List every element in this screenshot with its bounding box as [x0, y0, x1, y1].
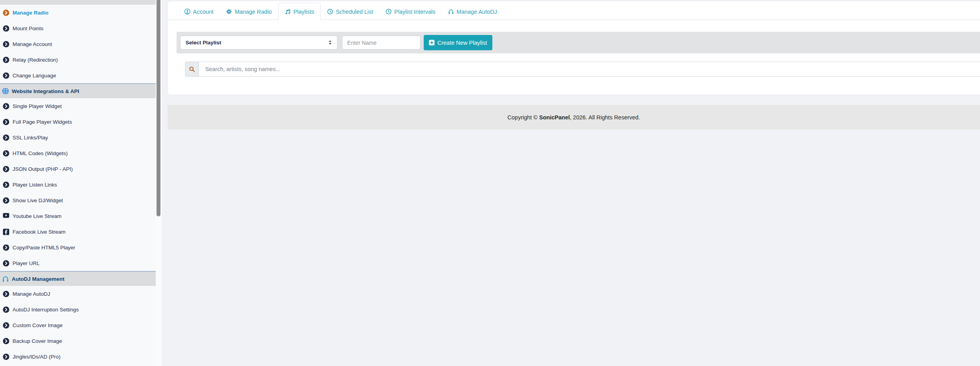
sidebar-item-label: Player URL: [13, 260, 40, 266]
chevron-circle-icon: [3, 338, 9, 344]
music-note-icon: [285, 9, 291, 15]
chevron-circle-icon: [3, 103, 9, 110]
sidebar-item-player-url[interactable]: Player URL: [0, 255, 156, 271]
chevron-circle-icon: [3, 134, 9, 141]
sidebar-item-html-codes-widgets[interactable]: HTML Codes (Widgets): [0, 145, 156, 161]
sidebar-item-label: Manage Radio: [13, 10, 49, 16]
chevron-circle-icon: [3, 25, 9, 32]
sidebar-item-manage-account[interactable]: Manage Account: [0, 36, 156, 52]
main-content: Account Manage Radio Playlists Scheduled…: [162, 0, 980, 366]
sidebar-item-manage-autodj[interactable]: Manage AutoDJ: [0, 286, 156, 302]
chevron-circle-icon: [3, 57, 9, 63]
sidebar-item-autodj-interruption-settings[interactable]: AutoDJ Interruption Settings: [0, 302, 156, 317]
sidebar-item-label: Mount Points: [13, 26, 44, 31]
select-arrows-icon: [328, 40, 332, 45]
sidebar-section-website-integrations: Website Integrations & API: [0, 83, 156, 98]
sidebar-item-label: SSL Links/Play: [13, 135, 48, 141]
sidebar-item-change-language[interactable]: Change Language: [0, 68, 156, 83]
tab-label: Playlist Intervals: [394, 9, 435, 15]
tab-account[interactable]: Account: [178, 4, 220, 20]
tab-label: Playlists: [293, 9, 314, 15]
tab-scheduled-list[interactable]: Scheduled List: [321, 4, 379, 20]
sidebar-item-ssl-links-play[interactable]: SSL Links/Play: [0, 130, 156, 145]
chevron-circle-icon: [3, 197, 9, 204]
sidebar-item-label: Manage AutoDJ: [13, 291, 50, 297]
chevron-circle-icon: [3, 166, 9, 172]
tab-label: Scheduled List: [336, 9, 373, 15]
sidebar-item-label: JSON Output (PHP - API): [13, 166, 73, 172]
playlist-select[interactable]: Select Playlist: [180, 36, 337, 49]
sidebar-item-label: Custom Cover Image: [13, 322, 63, 328]
globe-icon: [2, 88, 9, 95]
sidebar-item-label: Facebook Live Stream: [13, 229, 66, 235]
sidebar-section-label: AutoDJ Management: [12, 276, 64, 282]
chevron-circle-icon: [3, 353, 9, 360]
sidebar-scrollbar[interactable]: [156, 0, 162, 366]
sidebar-item-label: Youtube Live Stream: [13, 213, 62, 219]
sidebar-item-label: Backup Cover Image: [13, 338, 62, 344]
tab-manage-autodj[interactable]: Manage AutoDJ: [442, 4, 503, 20]
search-icon: [189, 66, 195, 73]
sidebar-scrollbar-thumb[interactable]: [157, 0, 160, 216]
sidebar-item-mount-points[interactable]: Mount Points: [0, 20, 156, 36]
plus-square-icon: [429, 40, 435, 46]
sidebar-item-label: Show Live DJ/Widget: [13, 198, 63, 203]
create-new-playlist-label: Create New Playlist: [437, 40, 487, 46]
chevron-circle-icon: [3, 41, 9, 48]
chevron-circle-icon: [3, 291, 9, 297]
tab-label: Account: [193, 9, 213, 15]
search-input[interactable]: [199, 62, 980, 76]
sidebar-item-relay-redirection[interactable]: Relay (Redirection): [0, 52, 156, 68]
tab-manage-radio[interactable]: Manage Radio: [220, 4, 278, 20]
playlist-name-input[interactable]: [342, 36, 421, 49]
sidebar-item-json-output[interactable]: JSON Output (PHP - API): [0, 161, 156, 177]
search-prepend: [186, 62, 199, 76]
sidebar-item-youtube-live-stream[interactable]: Youtube Live Stream: [0, 208, 156, 224]
create-new-playlist-button[interactable]: Create New Playlist: [424, 35, 492, 50]
tab-playlists[interactable]: Playlists: [278, 3, 321, 20]
tab-playlist-intervals[interactable]: Playlist Intervals: [379, 4, 442, 20]
sidebar-item-label: Copy/Paste HTML5 Player: [13, 245, 75, 251]
sidebar-section-autodj-management: AutoDJ Management: [0, 271, 156, 286]
sidebar-item-backup-cover-image[interactable]: Backup Cover Image: [0, 333, 156, 349]
chevron-circle-icon: [3, 9, 9, 16]
footer-brand: SonicPanel: [539, 114, 570, 121]
chevron-circle-icon: [3, 119, 9, 125]
sidebar-item-label: Change Language: [13, 73, 56, 79]
facebook-icon: [3, 229, 9, 235]
youtube-icon: [3, 213, 9, 220]
sidebar-item-custom-cover-image[interactable]: Custom Cover Image: [0, 317, 156, 333]
gear-icon: [226, 9, 232, 15]
sidebar-item-jingles-ids-ad[interactable]: Jingles/IDs/AD (Pro): [0, 349, 156, 364]
sidebar-item-show-live-dj-widget[interactable]: Show Live DJ/Widget: [0, 192, 156, 208]
sidebar-section-label: Website Integrations & API: [12, 88, 79, 94]
footer-copyright-suffix: , 2026. All Rights Reserved.: [570, 114, 640, 121]
chevron-circle-icon: [3, 72, 9, 79]
headphones-icon: [448, 9, 454, 15]
tab-label: Manage Radio: [235, 9, 271, 15]
sidebar-item-label: AutoDJ Interruption Settings: [13, 307, 79, 313]
chevron-circle-icon: [3, 150, 9, 157]
user-circle-icon: [184, 9, 190, 15]
sidebar-partial-header: [0, 0, 156, 5]
sidebar-item-facebook-live-stream[interactable]: Facebook Live Stream: [0, 224, 156, 240]
sidebar-item-label: Manage Account: [13, 41, 52, 47]
tab-bar: Account Manage Radio Playlists Scheduled…: [168, 1, 980, 20]
sidebar: Manage Radio Mount Points Manage Account…: [0, 0, 156, 366]
search-group: [185, 62, 980, 77]
chevron-circle-icon: [3, 244, 9, 251]
sidebar-item-single-player-widget[interactable]: Single Player Widget: [0, 98, 156, 114]
sidebar-item-label: Single Player Widget: [13, 103, 62, 109]
playlist-form-panel: Select Playlist Create New Playlist: [177, 32, 980, 53]
clock-icon: [386, 9, 392, 15]
playlist-select-value: Select Playlist: [186, 40, 221, 46]
sidebar-item-player-listen-links[interactable]: Player Listen Links: [0, 177, 156, 192]
sidebar-item-copy-paste-html5-player[interactable]: Copy/Paste HTML5 Player: [0, 240, 156, 255]
sidebar-item-manage-radio[interactable]: Manage Radio: [0, 5, 156, 20]
sidebar-item-full-page-player-widgets[interactable]: Full Page Player Widgets: [0, 114, 156, 130]
sidebar-item-label: Player Listen Links: [13, 182, 57, 188]
sidebar-item-label: HTML Codes (Widgets): [13, 150, 68, 156]
headphones-icon: [2, 275, 9, 282]
card-body: Select Playlist Create New Playlist: [168, 20, 980, 77]
chevron-circle-icon: [3, 322, 9, 329]
